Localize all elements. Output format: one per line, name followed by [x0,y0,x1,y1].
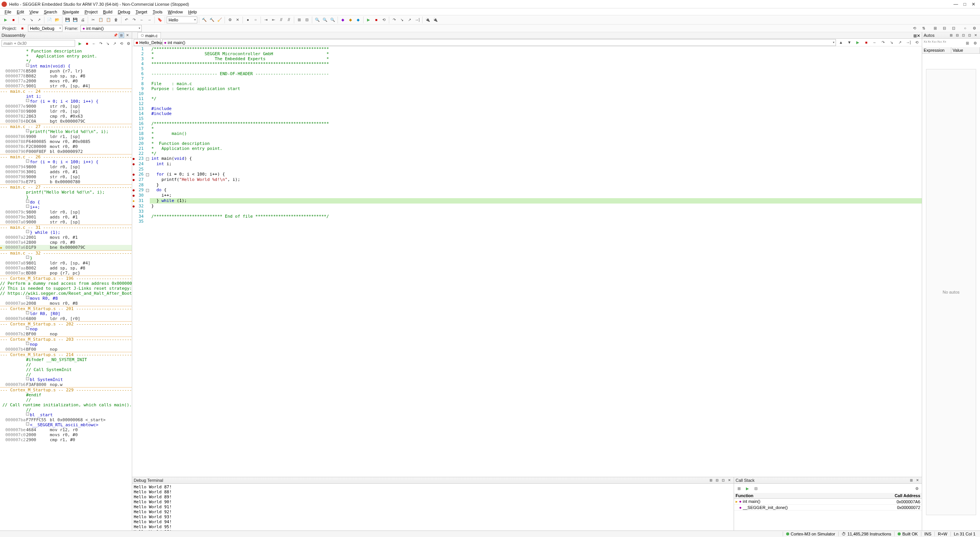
disasm-line[interactable]: 00000788F6400085movw r0, #0x0885 [0,139,132,144]
disasm-line[interactable]: 000007a09000str r0, [sp] [0,220,132,225]
editor-config-combo[interactable]: ■ Hello_Debug [134,39,161,46]
editor-line[interactable]: 34/*************************** End of fi… [132,214,922,219]
paste-icon[interactable]: 📋 [105,16,112,23]
disasm-line[interactable]: 00000790F000F8EFbl 0x00000972 [0,149,132,154]
disasm-line[interactable]: // [0,372,132,377]
run-icon[interactable]: ▶ [2,16,9,23]
disasm-line[interactable]: 00000778B082sub sp, sp, #8 [0,74,132,79]
uncomment-icon[interactable]: // [285,16,292,23]
disasm-line[interactable]: 000007a42800cmp r0, #0 [0,240,132,245]
menu-view[interactable]: View [27,9,41,15]
autos-x3-icon[interactable]: x₁₀ [932,39,937,46]
editor-line[interactable]: 26- for (i = 0; i < 100; i++) { [132,172,922,177]
term-opt2-icon[interactable]: ⊟ [715,478,720,483]
disasm-line[interactable]: 000007c22900cmp r1, #0 [0,437,132,442]
disasm-line[interactable]: 000007949800ldr r0, [sp] [0,164,132,169]
disasm-line[interactable]: 000007989000str r0, [sp] [0,174,132,179]
disasm-line[interactable]: 0000077a2000movs r0, #0 [0,79,132,84]
disasm-step1-icon[interactable]: ↷ [97,40,104,47]
disasm-line[interactable]: -} [0,256,132,261]
toggle-icon[interactable]: ⊞ [296,16,303,23]
marker2-icon[interactable]: ◆ [347,16,354,23]
menu-window[interactable]: Window [166,9,185,15]
comment-icon[interactable]: // [278,16,285,23]
open-icon[interactable]: 📂 [54,16,61,23]
disasm-line[interactable]: 000007809800ldr r0, [sp] [0,109,132,114]
disasm-line[interactable]: 0000079c9800ldr r0, [sp] [0,210,132,215]
indent-icon[interactable]: ⇥ [262,16,269,23]
disable-bp-icon[interactable]: ○ [252,16,259,23]
disasm-line[interactable]: 0000077c9001str r0, [sp, #4] [0,84,132,89]
disasm-line[interactable]: -nop [0,327,132,332]
editor-line[interactable]: 17* [132,126,922,131]
disasm-line[interactable]: // [0,397,132,402]
ed-nav-down-icon[interactable]: ▼ [846,39,853,46]
stack-gear-icon[interactable]: ⚙ [913,485,920,492]
stop-icon[interactable]: ■ [10,16,17,23]
disasm-line[interactable]: // https://wiki.segger.com/Reset_and_Hal… [0,291,132,296]
disasm-go-icon[interactable]: ▶ [77,40,84,47]
copy-icon[interactable]: 📋 [97,16,104,23]
editor-line[interactable]: 25 [132,167,922,172]
toggle-b-icon[interactable]: ⊟ [941,25,948,32]
toggle-c-icon[interactable]: ⊡ [950,25,957,32]
editor-line[interactable]: 8File : main.c [132,81,922,86]
bookmark-icon[interactable]: 🔖 [156,16,163,23]
disasm-line[interactable]: --- main.c -- 31 -----------------------… [0,225,132,230]
editor-line[interactable]: 7 [132,76,922,81]
disasm-line[interactable]: 00000776B580push {r7, lr} [0,69,132,74]
menu-navigate[interactable]: Navigate [60,9,81,15]
disasm-line[interactable]: // Perform a dummy read access from addr… [0,281,132,286]
disasm-line[interactable]: 000007b4BF00nop [0,347,132,352]
find-icon[interactable]: 🔍 [314,16,321,23]
disasm-line[interactable]: -bl _start [0,412,132,417]
disasm-line[interactable]: --- main.c -- 32 -----------------------… [0,250,132,256]
cut-icon[interactable]: ✂ [90,16,97,23]
disasm-line[interactable]: // [0,362,132,367]
ed-step2-icon[interactable]: ↘ [888,39,895,46]
marker1-icon[interactable]: ◆ [339,16,346,23]
disasm-line[interactable]: 0000077e9000str r0, [sp] [0,104,132,109]
editor-line[interactable]: 24 int i; [132,161,922,167]
autos-gear-icon[interactable]: ⚙ [972,39,978,46]
disasm-line[interactable]: --- main.c -- 24 -----------------------… [0,89,132,94]
stack-opt-icon[interactable]: ⊞ [909,478,914,483]
editor-line[interactable]: 3* The Embedded Experts * [132,56,922,61]
dbg-stop-icon[interactable]: ■ [373,16,380,23]
editor-line[interactable]: 22*/ [132,151,922,156]
disasm-line[interactable]: 0000079e3001adds r0, #1 [0,215,132,220]
nav-back-icon[interactable]: ← [138,16,145,23]
editor-line[interactable]: 29- do { [132,187,922,193]
callstack-row[interactable]: ▸ ● int main()0x000007A6 [734,499,922,505]
autos-opt2-icon[interactable]: ⊟ [955,33,960,38]
dbg-step-out-icon[interactable]: ↗ [406,16,413,23]
disasm-gear-icon[interactable]: ⚙ [125,40,132,47]
code-editor[interactable]: 1/**************************************… [132,46,922,477]
delete-icon[interactable]: 🗑 [113,16,120,23]
disasm-line[interactable]: // Call runtime initialization, which ca… [0,402,132,407]
disasm-step2-icon[interactable]: ↘ [104,40,111,47]
menu-target[interactable]: Target [133,9,150,15]
editor-line[interactable]: 5 [132,66,922,71]
print-icon[interactable]: 🖨 [79,16,86,23]
editor-line[interactable]: 19* [132,136,922,141]
toggle2-icon[interactable]: ⊟ [303,16,310,23]
disasm-line[interactable]: 000007b6F3AF8000nop.w [0,382,132,387]
autos-x2-icon[interactable]: x₈ [928,39,931,46]
disasm-line[interactable]: // Call SystemInit [0,367,132,372]
menu-file[interactable]: File [2,9,14,15]
editor-line[interactable]: 27 printf("Hello World %d!\n", i); [132,177,922,182]
disasm-line[interactable]: -for (i = 0; i < 100; i++) { [0,99,132,104]
disassembly-body[interactable]: * Function description* Application entr… [0,48,132,530]
editor-line[interactable]: 10 [132,91,922,96]
editor-line[interactable]: 20* Function description [132,141,922,146]
disasm-line[interactable]: int i; [0,94,132,99]
stack-run-icon[interactable]: ▶ [744,485,751,492]
disasm-line[interactable]: 000007acBD80pop {r7, pc} [0,271,132,276]
disasm-line[interactable]: -do { [0,200,132,205]
find-next-icon[interactable]: 🔍 [321,16,328,23]
disasm-line[interactable]: } [0,195,132,200]
step-out-icon[interactable]: ↗ [36,16,43,23]
editor-line[interactable]: 6-------------------------- END-OF-HEADE… [132,71,922,76]
new-file-icon[interactable]: 📄 [46,16,53,23]
